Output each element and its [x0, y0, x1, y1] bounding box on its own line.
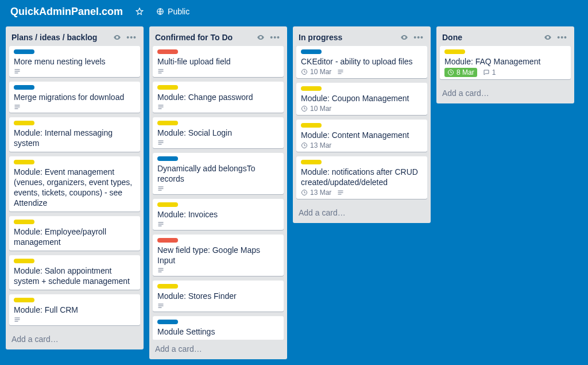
card-title: Module: FAQ Management: [444, 56, 566, 67]
card[interactable]: Module Settings: [153, 316, 284, 340]
label-yellow[interactable]: [14, 160, 34, 164]
label-yellow[interactable]: [301, 86, 322, 91]
label-blue[interactable]: [14, 49, 34, 54]
description-icon: [157, 267, 164, 274]
label-red[interactable]: [157, 238, 178, 243]
clock-icon: [301, 189, 308, 196]
card-labels: [157, 202, 279, 207]
card[interactable]: Module: Employee/payroll management: [9, 216, 140, 251]
due-badge: 13 Mar: [301, 141, 331, 149]
card-title: Module: Salon appointment system + sched…: [14, 266, 136, 286]
label-yellow[interactable]: [14, 259, 34, 263]
more-icon: •••: [557, 33, 567, 41]
card-labels: [157, 121, 279, 125]
label-blue[interactable]: [157, 320, 178, 324]
card[interactable]: New field type: Google Maps Input: [153, 235, 284, 276]
card-badges: 10 Mar: [301, 68, 423, 76]
card-badges: [157, 221, 279, 228]
label-blue[interactable]: [157, 156, 178, 161]
description-badge: [157, 103, 164, 110]
card[interactable]: Module: Full CRM: [9, 294, 140, 325]
card-labels: [14, 298, 136, 302]
description-icon: [14, 316, 21, 323]
card-title: Merge migrations for download: [14, 92, 136, 102]
list-title[interactable]: Confirmed for To Do: [155, 33, 254, 42]
add-card-button[interactable]: Add a card…: [6, 330, 144, 349]
label-yellow[interactable]: [14, 220, 34, 224]
card-title: Dynamically add belongsTo records: [157, 163, 279, 184]
comment-icon: [483, 69, 490, 76]
comments-count: 1: [492, 68, 496, 76]
card-badges: [157, 185, 279, 192]
label-yellow[interactable]: [157, 85, 178, 90]
card-labels: [14, 49, 136, 54]
card[interactable]: More menu nesting levels: [9, 46, 140, 77]
list-cards: Module: FAQ Management8 Mar1: [436, 46, 574, 84]
card-title: Module: Coupon Management: [301, 93, 423, 103]
card[interactable]: CKEditor - ability to upload files10 Mar: [296, 46, 427, 78]
description-icon: [337, 68, 344, 75]
watch-button[interactable]: [397, 32, 411, 43]
eye-icon: [256, 33, 265, 41]
list-header: Plans / ideas / backlog•••: [6, 26, 144, 46]
add-card-button[interactable]: Add a card…: [149, 340, 287, 359]
card[interactable]: Module: Invoices: [153, 199, 284, 230]
label-yellow[interactable]: [157, 284, 178, 289]
visibility-button[interactable]: Public: [152, 5, 194, 18]
label-red[interactable]: [157, 49, 178, 54]
list-menu-button[interactable]: •••: [268, 32, 283, 43]
due-date: 13 Mar: [310, 141, 331, 149]
card[interactable]: Module: Salon appointment system + sched…: [9, 255, 140, 290]
card[interactable]: Module: Coupon Management10 Mar: [296, 83, 427, 115]
card-labels: [14, 259, 136, 263]
card-labels: [301, 123, 423, 128]
card-badges: [157, 68, 279, 75]
list-menu-button[interactable]: •••: [124, 32, 139, 43]
label-blue[interactable]: [301, 49, 322, 54]
card[interactable]: Multi-file upload field: [153, 46, 284, 77]
card-title: More menu nesting levels: [14, 56, 136, 67]
card-title: Module: Stores Finder: [157, 291, 279, 301]
card[interactable]: Module: Social Login: [153, 117, 284, 148]
label-yellow[interactable]: [444, 49, 465, 54]
card-badges: 13 Mar: [301, 189, 423, 197]
card-badges: [157, 139, 279, 146]
card[interactable]: Module: Change password: [153, 82, 284, 113]
card-badges: [157, 267, 279, 274]
list-title[interactable]: In progress: [299, 33, 397, 42]
label-yellow[interactable]: [157, 202, 178, 207]
add-card-button[interactable]: Add a card…: [436, 84, 574, 103]
card-badges: [157, 302, 279, 309]
card[interactable]: Module: Event management (venues, organi…: [9, 156, 140, 212]
watch-button[interactable]: [254, 32, 268, 43]
card[interactable]: Module: Stores Finder: [153, 281, 284, 312]
label-blue[interactable]: [14, 85, 34, 90]
list-menu-button[interactable]: •••: [555, 32, 570, 43]
watch-button[interactable]: [541, 32, 555, 43]
card[interactable]: Merge migrations for download: [9, 82, 140, 113]
label-yellow[interactable]: [14, 121, 34, 125]
add-card-button[interactable]: Add a card…: [293, 203, 431, 223]
card-badges: [14, 316, 136, 323]
card-labels: [157, 284, 279, 289]
card-labels: [14, 160, 136, 164]
label-yellow[interactable]: [301, 160, 322, 164]
board-title[interactable]: QuickAdminPanel.com: [6, 3, 127, 20]
star-button[interactable]: [131, 5, 148, 18]
description-icon: [14, 103, 21, 110]
list-title[interactable]: Plans / ideas / backlog: [11, 33, 110, 42]
card-title: Module: notifications after CRUD created…: [301, 167, 423, 187]
card-badges: 8 Mar1: [444, 68, 566, 77]
label-yellow[interactable]: [301, 123, 322, 128]
card[interactable]: Module: Content Management13 Mar: [296, 120, 427, 152]
card[interactable]: Module: Internal messaging system: [9, 117, 140, 152]
label-yellow[interactable]: [157, 121, 178, 125]
card[interactable]: Module: FAQ Management8 Mar1: [440, 46, 571, 79]
list-menu-button[interactable]: •••: [411, 32, 426, 43]
label-yellow[interactable]: [14, 298, 34, 302]
card[interactable]: Dynamically add belongsTo records: [153, 153, 284, 194]
due-date: 10 Mar: [310, 105, 331, 113]
watch-button[interactable]: [110, 32, 124, 43]
card[interactable]: Module: notifications after CRUD created…: [296, 156, 427, 199]
list-title[interactable]: Done: [442, 33, 541, 42]
